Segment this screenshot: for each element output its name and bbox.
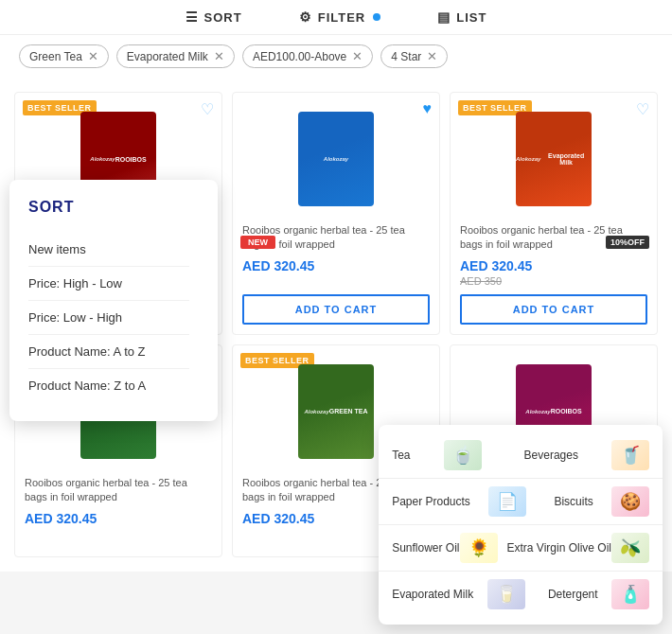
sort-label: SORT [204,10,242,25]
discount-badge-3: 10%OFF [606,236,649,249]
category-evap[interactable]: Evaporated Milk 🥛 Detergent 🧴 [379,573,663,615]
sort-dropdown: SORT New items Price: High - Low Price: … [9,180,218,421]
divider-2 [379,524,663,525]
product-card-3: BEST SELLER ♡ AlokozayEvaporated Milk 10… [450,92,658,335]
cat-thumb-biscuits: 🍪 [611,486,649,517]
divider-3 [379,571,663,572]
remove-filter-price[interactable]: ✕ [352,49,363,63]
sort-option-name-a-z[interactable]: Product Name: A to Z [28,335,189,369]
new-badge-2: NEW [240,236,275,249]
cat-thumb-beverages: 🥤 [611,440,649,470]
product-price-2: AED 320.45 [242,258,430,273]
category-paper[interactable]: Paper Products 📄 Biscuits 🍪 [379,481,663,522]
cat-thumb-paper: 📄 [488,486,526,517]
sort-button[interactable]: ☰ SORT [186,9,242,25]
product-image-3: AlokozayEvaporated Milk [460,102,647,216]
sort-option-price-low-high[interactable]: Price: Low - High [28,301,189,335]
sort-option-price-high-low[interactable]: Price: High - Low [28,267,189,301]
filter-tags-bar: Green Tea ✕ Evaporated Milk ✕ AED100.00-… [0,35,672,78]
category-dropdown: Tea 🍵 Beverages 🥤 Paper Products 📄 Biscu… [379,425,663,625]
filter-tag-green-tea[interactable]: Green Tea ✕ [19,44,109,68]
cat-thumb-sunflower: 🌻 [460,533,498,563]
product-card-2: ♥ Alokozay NEW Rooibos organic herbal te… [232,92,440,335]
cat-thumb-detergent: 🧴 [611,579,649,609]
remove-filter-green-tea[interactable]: ✕ [88,49,98,63]
sort-option-name-z-a[interactable]: Product Name: Z to A [28,369,189,402]
filter-active-dot [373,13,380,21]
divider-1 [379,478,663,479]
cat-thumb-evap: 🥛 [487,579,525,609]
category-sunflower[interactable]: Sunflower Oil 🌻 Extra Virgin Olive Oil 🫒 [379,527,663,569]
list-button[interactable]: ▤ LIST [437,9,486,25]
product-image-2: Alokozay [242,102,430,216]
list-icon: ▤ [437,9,451,25]
sort-dropdown-title: SORT [28,199,189,216]
filter-tag-price[interactable]: AED100.00-Above ✕ [242,44,373,68]
add-to-cart-button-3[interactable]: ADD TO CART [460,294,647,325]
wishlist-icon-2[interactable]: ♥ [423,100,433,117]
remove-filter-evap-milk[interactable]: ✕ [214,49,224,63]
filter-button[interactable]: ⚙ FILTER [299,9,381,25]
list-label: LIST [456,10,486,25]
cat-thumb-tea: 🍵 [444,440,482,470]
filter-tag-evap-milk[interactable]: Evaporated Milk ✕ [116,44,235,68]
product-price-orig-3: AED 350 [460,275,647,287]
add-to-cart-button-2[interactable]: ADD TO CART [242,294,430,325]
product-name-4: Rooibos organic herbal tea - 25 tea bags… [25,476,212,505]
filter-label: FILTER [318,10,366,25]
category-tea[interactable]: Tea 🍵 Beverages 🥤 [379,434,663,476]
wishlist-icon-3[interactable]: ♡ [636,100,649,118]
sort-icon: ☰ [186,9,199,25]
product-price-3: AED 320.45 [460,258,647,273]
product-price-4: AED 320.45 [25,511,212,526]
filter-icon: ⚙ [299,9,312,25]
wishlist-icon-1[interactable]: ♡ [201,100,214,118]
sort-option-new-items[interactable]: New items [28,233,189,267]
filter-tag-4star[interactable]: 4 Star ✕ [380,44,448,68]
cat-thumb-evoo: 🫒 [611,533,649,563]
remove-filter-4star[interactable]: ✕ [427,49,437,63]
top-bar: ☰ SORT ⚙ FILTER ▤ LIST [0,0,672,35]
